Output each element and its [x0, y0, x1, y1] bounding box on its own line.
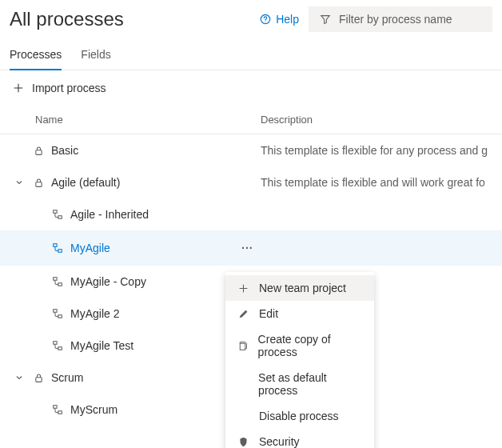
table-row[interactable]: Basic This template is flexible for any …: [0, 134, 502, 166]
lock-icon: [32, 176, 45, 189]
copy-icon: [237, 339, 249, 352]
filter-icon: [320, 14, 331, 25]
svg-rect-5: [58, 216, 62, 219]
menu-set-default[interactable]: Set as default process: [225, 365, 374, 403]
context-menu: New team project Edit Create copy of pro…: [225, 272, 374, 426]
svg-rect-9: [58, 283, 62, 286]
process-name[interactable]: MyAgile: [70, 242, 110, 254]
svg-rect-3: [35, 182, 41, 186]
inherited-icon: [51, 307, 64, 320]
menu-label: Edit: [259, 307, 278, 320]
process-name: Scrum: [51, 371, 83, 384]
inherited-icon: [51, 339, 64, 352]
svg-rect-10: [54, 310, 57, 313]
svg-rect-13: [58, 347, 62, 350]
inherited-icon: [51, 403, 64, 416]
menu-label: Disable process: [259, 410, 339, 422]
process-name: MyAgile Test: [70, 339, 133, 352]
svg-rect-8: [54, 278, 57, 281]
process-name: Agile (default): [51, 176, 120, 189]
menu-new-team-project[interactable]: New team project: [225, 275, 374, 301]
process-description: This template is flexible and will work …: [261, 176, 489, 189]
plus-icon: [13, 82, 24, 94]
svg-rect-16: [58, 411, 62, 414]
tab-fields[interactable]: Fields: [81, 42, 110, 70]
process-description: This template is flexible for any proces…: [261, 144, 489, 157]
table-header: Name Description: [0, 106, 502, 134]
svg-point-1: [265, 22, 266, 22]
svg-rect-6: [54, 244, 57, 247]
pencil-icon: [237, 307, 249, 320]
chevron-down-icon[interactable]: [13, 373, 26, 382]
svg-rect-11: [58, 315, 62, 318]
process-name: MyAgile - Copy: [70, 275, 146, 288]
inherited-icon: [51, 242, 64, 254]
svg-rect-17: [240, 343, 245, 350]
process-name: Basic: [51, 144, 78, 157]
tab-processes[interactable]: Processes: [10, 42, 62, 70]
help-link[interactable]: Help: [260, 13, 299, 26]
inherited-icon: [51, 275, 64, 288]
svg-rect-2: [35, 150, 41, 154]
column-name: Name: [13, 114, 261, 126]
process-name: MyScrum: [70, 403, 118, 416]
import-label: Import process: [32, 82, 106, 94]
svg-rect-12: [54, 342, 57, 345]
help-icon: [260, 14, 271, 25]
svg-rect-15: [54, 406, 57, 409]
menu-disable[interactable]: Disable process: [225, 403, 374, 426]
svg-rect-4: [54, 210, 57, 214]
filter-input[interactable]: Filter by process name: [309, 6, 492, 32]
menu-label: Set as default process: [258, 371, 363, 397]
chevron-down-icon[interactable]: [13, 178, 26, 187]
process-name: MyAgile 2: [70, 307, 119, 320]
table-row[interactable]: MyAgile ···: [0, 230, 502, 266]
page-title: All processes: [10, 8, 124, 30]
inherited-icon: [51, 208, 64, 221]
tabs: Processes Fields: [0, 42, 502, 70]
table-row[interactable]: Agile - Inherited: [0, 198, 502, 230]
more-actions-button[interactable]: ···: [237, 240, 258, 256]
lock-icon: [32, 144, 45, 157]
process-name: Agile - Inherited: [70, 208, 149, 221]
lock-icon: [32, 371, 45, 384]
menu-edit[interactable]: Edit: [225, 301, 374, 326]
table-row[interactable]: Agile (default) This template is flexibl…: [0, 166, 502, 198]
menu-label: Create copy of process: [258, 333, 363, 358]
plus-icon: [237, 282, 249, 294]
help-label: Help: [276, 13, 299, 26]
filter-placeholder: Filter by process name: [339, 13, 452, 26]
import-process-button[interactable]: Import process: [0, 70, 502, 106]
svg-rect-14: [35, 377, 41, 382]
menu-create-copy[interactable]: Create copy of process: [225, 326, 374, 365]
menu-label: New team project: [259, 282, 346, 294]
column-description: Description: [261, 114, 489, 126]
svg-rect-7: [58, 250, 62, 253]
